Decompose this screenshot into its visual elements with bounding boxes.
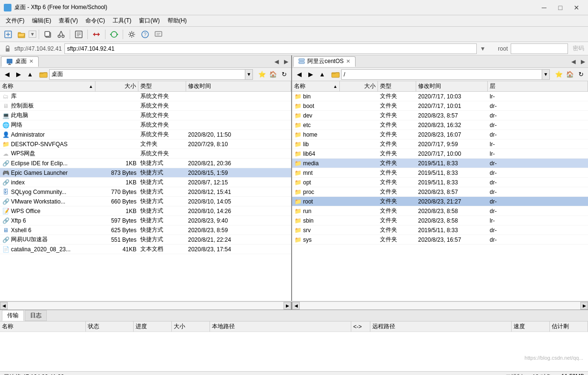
right-file-row[interactable]: 📁run文件夹2020/8/23, 8:58dr- [292, 206, 588, 216]
right-tab-next[interactable]: ▶ [578, 57, 587, 66]
left-hscroll-left[interactable]: ◀ [0, 302, 8, 310]
right-bookmark-btn[interactable]: ⭐ [554, 69, 564, 80]
left-col-name-header[interactable]: 名称 ▲ [0, 81, 95, 91]
left-file-row[interactable]: 🔗index1KB快捷方式2020/8/7, 12:15 [0, 178, 291, 187]
transfer-tab-transfer[interactable]: 传输 [2, 310, 24, 321]
left-tab-prev[interactable]: ◀ [272, 57, 281, 66]
right-file-row[interactable]: 📁sys文件夹2020/8/23, 16:57dr- [292, 235, 588, 245]
address-dropdown-btn[interactable]: ▼ [480, 45, 485, 52]
copy-button[interactable] [42, 28, 54, 41]
right-col-perm-header[interactable]: 层 [488, 81, 588, 91]
menu-help[interactable]: 帮助(H) [164, 16, 191, 26]
left-col-date-header[interactable]: 修改时间 [186, 81, 291, 91]
left-back-button[interactable]: ◀ [2, 69, 12, 80]
right-file-row[interactable]: 📁etc文件夹2020/8/23, 16:32dr- [292, 120, 588, 130]
right-tab-close[interactable]: ✕ [346, 58, 350, 64]
left-tab-desktop[interactable]: 桌面 ✕ [1, 56, 39, 67]
left-path-dropdown[interactable]: ▼ [245, 69, 253, 80]
right-file-row[interactable]: 📁media文件夹2019/5/11, 8:33dr- [292, 159, 588, 168]
settings-button[interactable] [126, 28, 138, 41]
left-up-button[interactable]: ▲ [25, 69, 35, 80]
left-file-row[interactable]: 🔗VMware Workstatio...660 Bytes快捷方式2020/8… [0, 197, 291, 206]
right-file-row[interactable]: 📁proc文件夹2020/8/23, 8:57dr- [292, 187, 588, 197]
left-col-size-header[interactable]: 大小 [95, 81, 138, 91]
left-tab-next[interactable]: ▶ [282, 57, 290, 66]
left-col-type-header[interactable]: 类型 [138, 81, 186, 91]
left-path-input[interactable] [49, 69, 245, 80]
right-hscroll-right[interactable]: ▶ [580, 302, 588, 310]
right-file-row[interactable]: 📁sbin文件夹2020/8/23, 8:58lr- [292, 216, 588, 225]
address-input[interactable] [64, 43, 477, 54]
file-name-text: etc [303, 122, 311, 129]
left-tab-close[interactable]: ✕ [29, 58, 33, 64]
properties-button[interactable] [73, 28, 85, 41]
left-file-row[interactable]: 🎮Epic Games Launcher873 Bytes快捷方式2020/8/… [0, 168, 291, 178]
left-refresh-btn[interactable]: ↻ [279, 69, 289, 80]
left-file-row[interactable]: 📝WPS Office1KB快捷方式2020/8/10, 14:26 [0, 206, 291, 216]
right-col-date-header[interactable]: 修改时间 [416, 81, 488, 91]
left-file-row[interactable]: 📁DESKTOP-SNVFQAS文件夹2020/7/29, 8:10 [0, 139, 291, 149]
comment-button[interactable] [152, 28, 165, 41]
left-bookmark-btn[interactable]: ⭐ [257, 69, 267, 80]
menu-file[interactable]: 文件(F) [2, 16, 28, 26]
left-file-row[interactable]: 🔗网易UU加速器551 Bytes快捷方式2020/8/21, 22:24 [0, 235, 291, 245]
right-col-type-header[interactable]: 类型 [378, 81, 416, 91]
right-tab-centos[interactable]: 阿里云centOS ✕ [293, 56, 356, 67]
right-path-input[interactable] [341, 69, 542, 80]
right-back-button[interactable]: ◀ [294, 69, 304, 80]
maximize-button[interactable]: □ [553, 3, 568, 12]
left-file-row[interactable]: 🗂库系统文件夹 [0, 92, 291, 101]
transfer-tab-log[interactable]: 日志 [25, 310, 47, 321]
left-file-row[interactable]: 📄catalina_2020_08_23...41KB文本文档2020/8/23… [0, 245, 291, 254]
left-file-row[interactable]: ☁WPS网盘系统文件夹 [0, 149, 291, 159]
right-file-row[interactable]: 📁boot文件夹2020/7/17, 10:01dr- [292, 101, 588, 111]
menu-command[interactable]: 命令(C) [82, 16, 109, 26]
menu-window[interactable]: 窗口(W) [135, 16, 163, 26]
right-up-button[interactable]: ▲ [317, 69, 327, 80]
right-file-row[interactable]: 📁lib文件夹2020/7/17, 9:59lr- [292, 139, 588, 149]
left-home-btn[interactable]: 🏠 [268, 69, 278, 80]
close-button[interactable]: ✕ [569, 3, 584, 12]
right-file-perm: dr- [488, 170, 588, 176]
sync-button[interactable] [108, 28, 120, 41]
left-file-row[interactable]: 🖥Xshell 6625 Bytes快捷方式2020/8/23, 8:59 [0, 225, 291, 235]
right-path-dropdown[interactable]: ▼ [542, 69, 550, 80]
app-icon [4, 4, 11, 11]
right-refresh-btn[interactable]: ↻ [576, 69, 586, 80]
cut-button[interactable] [55, 28, 67, 41]
right-hscroll-left[interactable]: ◀ [292, 302, 300, 310]
right-file-row[interactable]: 📁mnt文件夹2019/5/11, 8:33dr- [292, 168, 588, 178]
menu-view[interactable]: 查看(V) [55, 16, 82, 26]
new-session-button[interactable] [2, 28, 14, 41]
password-input[interactable] [511, 43, 568, 54]
menu-tools[interactable]: 工具(T) [109, 16, 135, 26]
right-col-size-header[interactable]: 大小 [340, 81, 378, 91]
left-file-row[interactable]: 💻此电脑系统文件夹 [0, 111, 291, 120]
left-file-row[interactable]: 🔗Xftp 6597 Bytes快捷方式2020/8/23, 9:40 [0, 216, 291, 225]
left-file-name: 🔗VMware Workstatio... [0, 198, 95, 205]
transfer-button[interactable] [90, 28, 103, 41]
left-file-row[interactable]: 🌐网络系统文件夹 [0, 120, 291, 130]
right-forward-button[interactable]: ▶ [305, 69, 316, 80]
right-file-row[interactable]: 📁lib64文件夹2020/7/17, 10:00lr- [292, 149, 588, 159]
right-file-row[interactable]: 📁dev文件夹2020/8/23, 8:57dr- [292, 111, 588, 120]
left-file-row[interactable]: 🖥控制面板系统文件夹 [0, 101, 291, 111]
minimize-button[interactable]: ─ [536, 3, 552, 12]
right-file-row[interactable]: 📁srv文件夹2019/5/11, 8:33dr- [292, 225, 588, 235]
left-file-row[interactable]: 👤Administrator系统文件夹2020/8/20, 11:50 [0, 130, 291, 139]
right-col-name-header[interactable]: 名称 ▲ [292, 81, 340, 91]
left-hscroll-right[interactable]: ▶ [284, 302, 291, 310]
help-button[interactable]: ? [139, 28, 151, 41]
right-tab-prev[interactable]: ◀ [569, 57, 578, 66]
menu-edit[interactable]: 编辑(E) [28, 16, 55, 26]
right-file-row[interactable]: 📁bin文件夹2020/7/17, 10:03lr- [292, 92, 588, 101]
folder-dropdown-btn[interactable]: ▼ [29, 31, 36, 38]
open-folder-button[interactable] [15, 28, 28, 41]
left-file-row[interactable]: 🗄SQLyog Community...770 Bytes快捷方式2020/8/… [0, 187, 291, 197]
left-forward-button[interactable]: ▶ [13, 69, 24, 80]
right-file-row[interactable]: 📁opt文件夹2019/5/11, 8:33dr- [292, 178, 588, 187]
right-home-btn[interactable]: 🏠 [565, 69, 575, 80]
left-file-row[interactable]: 🔗Eclipse IDE for Eclip...1KB快捷方式2020/8/2… [0, 159, 291, 168]
right-file-row[interactable]: 📁home文件夹2020/8/23, 16:07dr- [292, 130, 588, 139]
right-file-row[interactable]: 📁root文件夹2020/8/23, 21:27dr- [292, 197, 588, 206]
